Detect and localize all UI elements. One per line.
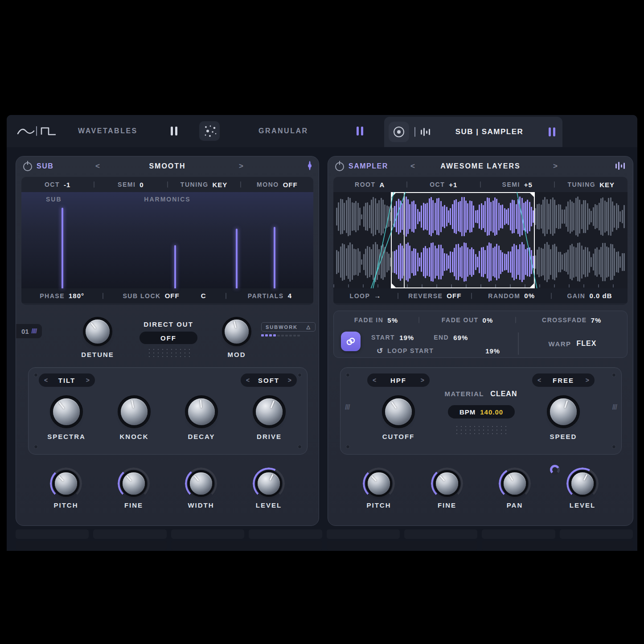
param-value[interactable]: 0%	[483, 316, 493, 324]
param-value[interactable]: OFF	[165, 292, 180, 299]
sub-mode-icon[interactable]	[309, 162, 311, 170]
knob-drive[interactable]	[253, 395, 286, 428]
param-partials[interactable]: PARTIALS 4	[226, 292, 313, 299]
param-value[interactable]: +1	[449, 181, 457, 189]
module-slot[interactable]	[16, 541, 167, 550]
granular-tab-icon[interactable]	[199, 121, 220, 141]
param-fade-in[interactable]: FADE IN 5%	[334, 316, 418, 324]
chevron-left-icon[interactable]: <	[246, 377, 250, 384]
param-oct[interactable]: OCT -1	[21, 181, 94, 189]
knob-width[interactable]	[188, 470, 214, 497]
knob-decay[interactable]	[185, 395, 218, 428]
chevron-right-icon[interactable]: >	[586, 377, 589, 384]
knob-spectra[interactable]	[50, 395, 83, 428]
end-value[interactable]: 69%	[453, 334, 468, 341]
param-value[interactable]: 0.0 dB	[589, 292, 612, 299]
param-value[interactable]: 4	[288, 292, 292, 299]
module-slot[interactable]	[482, 541, 633, 550]
sine-wave-icon[interactable]	[17, 126, 35, 136]
start-value[interactable]: 19%	[399, 334, 414, 341]
mode-selector-tilt[interactable]: < TILT >	[39, 373, 95, 387]
param-value[interactable]: 0	[139, 181, 144, 189]
knob-cutoff[interactable]	[382, 395, 415, 428]
wavetables-pause-icon[interactable]	[171, 127, 177, 135]
knob-pan[interactable]	[501, 470, 528, 497]
chevron-right-icon[interactable]: >	[421, 377, 424, 384]
param-tuning[interactable]: TUNING KEY	[168, 181, 240, 189]
preset-name[interactable]: AWESOME LAYERS	[359, 156, 602, 176]
param-oct[interactable]: OCT +1	[407, 181, 480, 189]
param-value[interactable]: 7%	[591, 316, 602, 324]
module-slot[interactable]	[327, 529, 400, 539]
module-slot[interactable]	[560, 529, 633, 539]
sampler-bars-icon[interactable]	[421, 128, 430, 136]
module-slot[interactable]	[93, 529, 166, 539]
param-value[interactable]: OFF	[283, 181, 298, 189]
param-fade-out[interactable]: FADE OUT 0%	[419, 316, 516, 324]
granular-pause-icon[interactable]	[357, 127, 363, 135]
param-crossfade[interactable]: CROSSFADE 7%	[516, 316, 627, 324]
param-semi[interactable]: SEMI 0	[94, 181, 167, 189]
power-icon[interactable]	[23, 162, 32, 171]
sub-tab-icon[interactable]	[389, 122, 409, 142]
knob-detune[interactable]	[83, 317, 112, 346]
preset-next-button[interactable]: >	[239, 156, 243, 176]
knob-knock[interactable]	[118, 395, 151, 428]
mode-selector-hpf[interactable]: < HPF >	[367, 373, 430, 387]
warp-mode-value[interactable]: FLEX	[577, 340, 597, 348]
param-value[interactable]: KEY	[599, 181, 615, 189]
chevron-right-icon[interactable]: >	[86, 377, 90, 384]
loop-arrow-icon[interactable]: →	[374, 292, 381, 299]
param-phase[interactable]: PHASE 180°	[21, 292, 103, 299]
module-slot[interactable]	[327, 541, 478, 550]
harmonics-display[interactable]: SUB HARMONICS	[21, 192, 313, 288]
loop-back-icon[interactable]: ↺	[377, 346, 383, 356]
module-slot[interactable]	[404, 529, 477, 539]
knob-level[interactable]	[255, 470, 282, 497]
param-value[interactable]: A	[380, 181, 385, 189]
param-value[interactable]: 5%	[387, 316, 398, 324]
knob-mod[interactable]	[222, 317, 251, 346]
knob-pitch[interactable]	[53, 470, 79, 497]
knob-speed[interactable]	[547, 395, 580, 428]
module-slot[interactable]	[171, 529, 244, 539]
chevron-left-icon[interactable]: <	[44, 377, 48, 384]
tab-granular[interactable]: GRANULAR	[258, 115, 308, 147]
square-wave-icon[interactable]	[41, 126, 57, 136]
param-semi[interactable]: SEMI +5	[481, 181, 554, 189]
param-value[interactable]: KEY	[213, 181, 228, 189]
knob-level[interactable]	[569, 470, 596, 497]
link-button[interactable]	[341, 332, 361, 351]
module-slot[interactable]	[16, 529, 89, 539]
tab-wavetables[interactable]: WAVETABLES	[78, 115, 138, 147]
param-gain[interactable]: GAIN 0.0 dB	[552, 292, 628, 299]
param-mono[interactable]: MONO OFF	[241, 181, 313, 189]
knob-fine[interactable]	[120, 470, 147, 497]
tab-sub-sampler[interactable]: SUB | SAMPLER	[384, 117, 562, 147]
preset-next-button[interactable]: >	[553, 156, 558, 176]
bpm-control[interactable]: BPM 140.00	[448, 405, 515, 418]
param-sublock[interactable]: SUB LOCK OFF C	[103, 292, 225, 299]
preset-name[interactable]: SMOOTH	[47, 156, 287, 176]
param-loop-mode[interactable]: LOOP →	[333, 292, 398, 299]
param-random[interactable]: RANDOM 0%	[472, 292, 551, 299]
param-keytrack-note[interactable]: C	[201, 292, 206, 299]
param-root[interactable]: ROOT A	[333, 181, 406, 189]
param-value[interactable]: 0%	[524, 292, 535, 299]
bpm-value[interactable]: 140.00	[480, 408, 503, 416]
mode-selector-free[interactable]: < FREE >	[532, 373, 595, 387]
param-value[interactable]: 180°	[69, 292, 84, 299]
param-reverse[interactable]: REVERSE OFF	[398, 292, 472, 299]
param-value[interactable]: +5	[524, 181, 533, 189]
power-icon[interactable]	[335, 162, 344, 171]
chevron-left-icon[interactable]: <	[537, 377, 541, 384]
knob-fine[interactable]	[434, 470, 460, 497]
direct-out-toggle[interactable]: OFF	[139, 332, 197, 344]
sub-sampler-pause-icon[interactable]	[549, 127, 555, 136]
material-value[interactable]: CLEAN	[490, 390, 517, 398]
param-tuning[interactable]: TUNING KEY	[555, 181, 628, 189]
knob-pitch[interactable]	[365, 470, 392, 497]
param-warp[interactable]: WARP FLEX	[518, 332, 627, 356]
chevron-right-icon[interactable]: >	[288, 377, 291, 384]
mode-selector-soft[interactable]: < SOFT >	[241, 373, 297, 387]
